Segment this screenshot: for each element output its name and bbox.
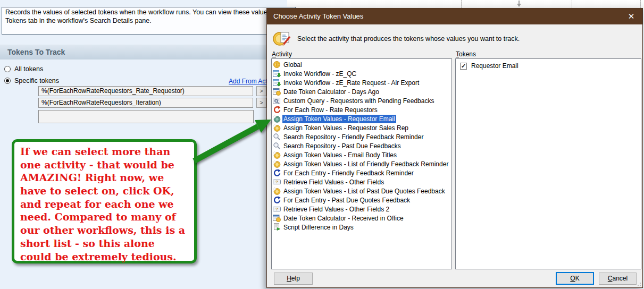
- dialog-instruction: Select the activity that produces the to…: [297, 35, 520, 42]
- token-item[interactable]: ✓Requestor Email: [460, 62, 641, 70]
- activity-item-label: Date Token Calculator - Days Ago: [282, 88, 380, 96]
- activity-item-label: Retrieve Field Values - Other Fields 2: [282, 205, 390, 214]
- activity-item-label: For Each Entry - Friendly Feedback Remin…: [282, 169, 415, 177]
- activity-item-label: Custom Query - Requestors with Pending F…: [282, 97, 435, 105]
- activity-item-label: Assign Token Values - List of Past Due Q…: [282, 187, 446, 196]
- canvas-dashed-guide: [572, 0, 572, 8]
- activity-item[interactable]: Search Repository - Past Due Feedbacks: [272, 141, 451, 150]
- for-each-entry-icon: [273, 169, 281, 177]
- activity-item[interactable]: Search Repository - Friendly Feedback Re…: [272, 132, 451, 141]
- date-token-calculator-icon: [273, 88, 281, 96]
- activity-item[interactable]: ?Retrieve Field Values - Other Fields: [272, 177, 451, 186]
- activity-item[interactable]: Assign Token Values - Email Body Titles: [272, 150, 451, 159]
- activity-item-label: Search Repository - Friendly Feedback Re…: [282, 133, 424, 141]
- ok-button[interactable]: OK: [556, 272, 594, 285]
- activity-item-label: For Each Row - Rate Requestors: [282, 106, 379, 114]
- tokens-list-label: Tokens: [456, 50, 476, 58]
- radio-button-selected-icon[interactable]: [4, 78, 11, 84]
- canvas-dashed-guide: [640, 0, 641, 8]
- radio-specific-tokens[interactable]: Specific tokens: [4, 77, 59, 84]
- activity-item[interactable]: Assign Token Values - List of Past Due Q…: [272, 186, 451, 196]
- checkbox-checked-icon[interactable]: ✓: [460, 63, 467, 70]
- activity-item[interactable]: Invoke Workflow - zE_Rate Request - Air …: [272, 78, 451, 87]
- activity-item-label: Retrieve Field Values - Other Fields: [282, 178, 385, 186]
- radio-all-tokens-label: All tokens: [14, 65, 43, 73]
- activity-listbox[interactable]: GlobalInvoke Workflow - zE_QCInvoke Work…: [271, 58, 452, 269]
- date-token-calculator-icon: [273, 214, 281, 222]
- radio-all-tokens[interactable]: All tokens: [4, 65, 43, 73]
- activity-item-label: Assign Token Values - Requestor Email: [282, 115, 396, 123]
- close-button[interactable]: ✕: [620, 8, 642, 24]
- dialog-titlebar[interactable]: Choose Activity Token Values ✕: [267, 8, 642, 24]
- activity-item[interactable]: Assign Token Values - Requestor Email: [272, 114, 451, 123]
- radio-button-icon[interactable]: [4, 66, 11, 72]
- activity-item[interactable]: For Each Entry - Friendly Feedback Remin…: [272, 168, 451, 177]
- tokens-listbox[interactable]: ✓Requestor Email: [455, 58, 641, 269]
- activity-item-label: Global: [282, 61, 303, 69]
- activity-item[interactable]: Assign Token Values - Requestor Sales Re…: [272, 123, 451, 132]
- activity-item[interactable]: Script Difference in Days: [272, 223, 451, 232]
- token-values-dialog-icon: [273, 29, 292, 48]
- invoke-workflow-icon: [273, 70, 281, 78]
- retrieve-field-values-icon: ?: [273, 178, 281, 186]
- svg-text:?: ?: [275, 207, 278, 211]
- activity-item[interactable]: ?Retrieve Field Values - Other Fields 2: [272, 205, 451, 214]
- activity-item[interactable]: For Each Entry - Past Due Quotes Feedbac…: [272, 196, 451, 205]
- activity-item-label: Invoke Workflow - zE_QC: [282, 70, 357, 78]
- annotation-callout: If we can select more than one activity …: [12, 139, 197, 264]
- activity-item[interactable]: Date Token Calculator - Received in Offi…: [272, 214, 451, 223]
- activity-item[interactable]: Assign Token Values - List of Friendly F…: [272, 159, 451, 168]
- activity-item-label: Date Token Calculator - Received in Offi…: [282, 214, 405, 223]
- activity-item-label: Script Difference in Days: [282, 223, 355, 232]
- activity-item-label: Assign Token Values - Email Body Titles: [282, 151, 398, 159]
- activity-item-label: Assign Token Values - List of Friendly F…: [282, 160, 449, 168]
- close-icon: ✕: [628, 12, 635, 21]
- cancel-button[interactable]: Cancel: [599, 273, 637, 285]
- for-each-entry-icon: [273, 196, 281, 204]
- help-button[interactable]: Help: [274, 273, 313, 285]
- script-icon: [273, 223, 281, 231]
- token-item-label: Requestor Email: [471, 62, 518, 70]
- activity-list-label: Activity: [272, 50, 292, 58]
- retrieve-field-values-icon: ?: [273, 205, 281, 213]
- token-picker-button-1[interactable]: >: [256, 86, 266, 96]
- workflow-canvas-strip: [287, 0, 644, 8]
- activity-item[interactable]: Invoke Workflow - zE_QC: [272, 69, 451, 78]
- choose-activity-token-values-dialog: Choose Activity Token Values ✕ Select th…: [266, 8, 643, 288]
- activity-item[interactable]: Custom Query - Requestors with Pending F…: [272, 96, 451, 105]
- activity-item-label: Assign Token Values - Requestor Sales Re…: [282, 124, 409, 132]
- token-coin-icon: [273, 61, 281, 69]
- dialog-title: Choose Activity Token Values: [267, 8, 642, 24]
- activity-item[interactable]: Date Token Calculator - Days Ago: [272, 87, 451, 96]
- resize-grip-icon[interactable]: [636, 281, 641, 286]
- activity-item[interactable]: For Each Row - Rate Requestors: [272, 105, 451, 114]
- canvas-dashed-guide: [461, 0, 462, 8]
- annotation-arrow: [181, 106, 277, 170]
- activity-item-label: Search Repository - Past Due Feedbacks: [282, 142, 402, 150]
- invoke-workflow-icon: [273, 79, 281, 87]
- activity-item-label: Invoke Workflow - zE_Rate Request - Air …: [282, 79, 420, 87]
- activity-item-label: For Each Entry - Past Due Quotes Feedbac…: [282, 196, 411, 205]
- tokens-to-track-header: Tokens To Track: [0, 45, 266, 60]
- custom-query-icon: [273, 97, 281, 105]
- radio-specific-tokens-label: Specific tokens: [14, 77, 59, 84]
- assign-token-icon: [273, 187, 281, 195]
- workflow-connector-arrow-icon: [516, 1, 522, 7]
- activity-description-box: Records the values of selected tokens wh…: [2, 7, 296, 35]
- svg-text:?: ?: [275, 180, 278, 184]
- activity-item[interactable]: Global: [272, 60, 451, 69]
- token-field-1[interactable]: %(ForEachRowRateRequestors_Rate_Requesto…: [38, 86, 253, 96]
